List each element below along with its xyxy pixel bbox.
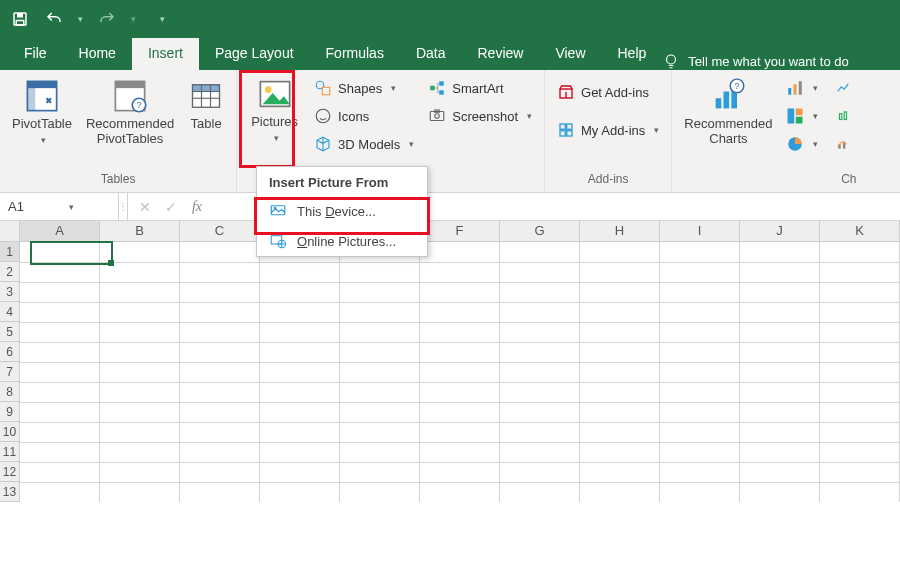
cell[interactable] [420,442,500,463]
cell[interactable] [260,302,340,323]
cell[interactable] [580,482,660,502]
hierarchy-chart-button[interactable]: ▾ [782,104,822,128]
cell[interactable] [660,402,740,423]
tab-home[interactable]: Home [63,38,132,70]
cell[interactable] [820,262,900,283]
cell[interactable] [820,282,900,303]
undo-more-icon[interactable]: ▾ [78,14,83,24]
cell[interactable] [100,342,180,363]
cell[interactable] [500,242,580,263]
cell[interactable] [820,422,900,443]
cell[interactable] [500,322,580,343]
col-header[interactable]: K [820,221,900,241]
cell[interactable] [420,402,500,423]
cell[interactable] [340,362,420,383]
cell[interactable] [660,342,740,363]
cell[interactable] [660,362,740,383]
cell[interactable] [580,382,660,403]
cell[interactable] [500,362,580,383]
table-button[interactable]: Table [184,74,228,131]
cell[interactable] [260,262,340,283]
cell[interactable] [740,242,820,263]
cell[interactable] [500,262,580,283]
cell[interactable] [500,342,580,363]
undo-button[interactable] [44,9,64,29]
bar-chart-button[interactable]: ▾ [782,76,822,100]
cell[interactable] [500,402,580,423]
cell[interactable] [740,282,820,303]
cell[interactable] [340,302,420,323]
my-addins-button[interactable]: My Add-ins▾ [553,118,663,142]
tab-help[interactable]: Help [602,38,663,70]
cell[interactable] [20,382,100,403]
shapes-button[interactable]: Shapes▾ [310,76,418,100]
tab-file[interactable]: File [8,38,63,70]
cell[interactable] [820,242,900,263]
cell[interactable] [660,442,740,463]
cell[interactable] [260,362,340,383]
redo-more-icon[interactable]: ▾ [131,14,136,24]
cell[interactable] [180,322,260,343]
cell[interactable] [820,442,900,463]
cancel-formula-button[interactable]: ✕ [132,193,158,220]
cell[interactable] [260,282,340,303]
pivottable-button[interactable]: PivotTable▾ [8,74,76,148]
redo-button[interactable] [97,9,117,29]
cell[interactable] [580,262,660,283]
cell[interactable] [180,302,260,323]
cell[interactable] [180,282,260,303]
cell[interactable] [100,242,180,263]
cell[interactable] [100,462,180,483]
cell[interactable] [100,362,180,383]
qat-customize-icon[interactable]: ▾ [160,14,165,24]
chevron-down-icon[interactable]: ▾ [69,202,74,212]
smartart-button[interactable]: SmartArt [424,76,536,100]
cell[interactable] [20,442,100,463]
save-button[interactable] [10,9,30,29]
cell[interactable] [100,422,180,443]
cell[interactable] [180,402,260,423]
tab-review[interactable]: Review [462,38,540,70]
cell[interactable] [580,322,660,343]
tell-me-search[interactable]: Tell me what you want to do [662,52,862,70]
cell[interactable] [740,322,820,343]
col-header[interactable]: I [660,221,740,241]
name-box[interactable]: ▾ [0,193,119,220]
cell[interactable] [420,362,500,383]
row-header[interactable]: 11 [0,442,20,462]
cell[interactable] [180,482,260,502]
tab-formulas[interactable]: Formulas [310,38,400,70]
worksheet[interactable]: A B C D E F G H I J K 12345678910111213 [0,221,900,502]
cell[interactable] [820,382,900,403]
cell[interactable] [740,442,820,463]
cell[interactable] [420,482,500,502]
cell[interactable] [180,362,260,383]
cell[interactable] [180,442,260,463]
cell[interactable] [20,402,100,423]
row-header[interactable]: 7 [0,362,20,382]
tab-view[interactable]: View [539,38,601,70]
cell[interactable] [500,382,580,403]
cell[interactable] [580,242,660,263]
tab-data[interactable]: Data [400,38,462,70]
tab-insert[interactable]: Insert [132,38,199,70]
recommended-charts-button[interactable]: ? RecommendedCharts [680,74,776,146]
pie-chart-button[interactable]: ▾ [782,132,822,156]
cell[interactable] [580,362,660,383]
cell[interactable] [420,342,500,363]
cell[interactable] [20,362,100,383]
cell[interactable] [660,482,740,502]
cell[interactable] [20,322,100,343]
row-header[interactable]: 1 [0,242,20,262]
cell[interactable] [580,442,660,463]
cell[interactable] [340,322,420,343]
row-header[interactable]: 13 [0,482,20,502]
cell[interactable] [340,382,420,403]
cell[interactable] [260,422,340,443]
insert-function-button[interactable]: fx [184,193,210,220]
cell[interactable] [420,422,500,443]
cell[interactable] [180,382,260,403]
cell[interactable] [740,362,820,383]
cell[interactable] [420,302,500,323]
cell[interactable] [660,462,740,483]
